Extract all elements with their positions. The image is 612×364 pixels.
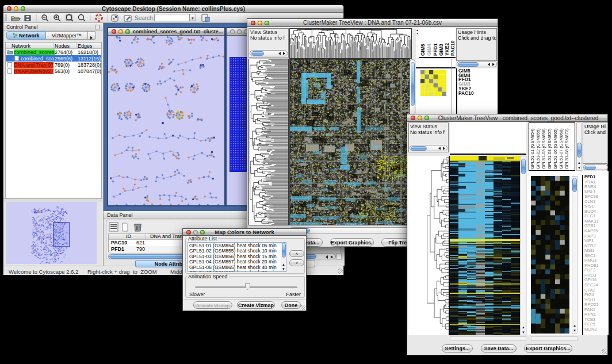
svg-text:GPL51-06 (GSM865): GPL51-06 (GSM865) xyxy=(553,128,558,169)
svg-text:GPL51-02 (GSM855): GPL51-02 (GSM855) xyxy=(536,128,541,169)
svg-text:GPL51-04 (GSM857): GPL51-04 (GSM857) xyxy=(547,128,552,169)
svg-text:YKE2: YKE2 xyxy=(444,43,450,56)
svg-text:GIM5: GIM5 xyxy=(420,44,426,56)
svg-text:GIM4: GIM4 xyxy=(426,44,432,56)
svg-text:GPL51-01 (GSM854): GPL51-01 (GSM854) xyxy=(530,128,535,169)
svg-text:PFD1: PFD1 xyxy=(433,43,438,56)
svg-text:GIM3: GIM3 xyxy=(438,44,444,56)
svg-text:GPL51-07 (GSM868): GPL51-07 (GSM868) xyxy=(559,128,564,169)
svg-text:GPL51-08 (GSM872): GPL51-08 (GSM872) xyxy=(564,128,569,169)
svg-text:GPL51-03 (GSM856): GPL51-03 (GSM856) xyxy=(541,128,546,169)
svg-text:PAC10: PAC10 xyxy=(450,40,456,56)
